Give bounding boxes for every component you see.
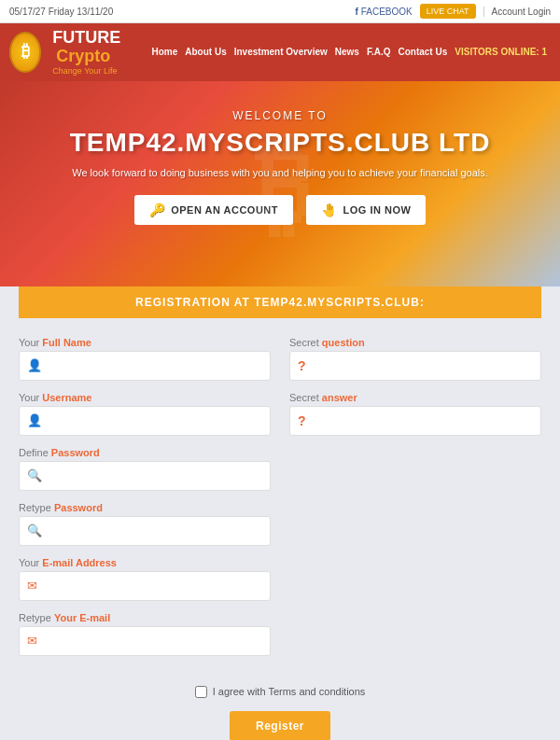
email-group: Your E-mail Address ✉ — [19, 557, 271, 601]
facebook-icon: f — [355, 7, 357, 17]
nav-visitors: VISITORS ONLINE: 1 — [455, 47, 547, 57]
facebook-link[interactable]: f FACEBOOK — [355, 7, 412, 17]
hero-title: TEMP42.MYSCRIPTS.CLUB LTD — [19, 128, 541, 158]
full-name-input[interactable] — [47, 360, 262, 371]
password-label: Define Password — [19, 447, 271, 458]
datetime: 05/17/27 Friday 13/11/20 — [9, 7, 113, 17]
top-bar-right: f FACEBOOK LIVE CHAT Account Login — [355, 4, 551, 19]
form-left-col: Your Full Name 👤 Your Username 👤 — [19, 337, 271, 667]
password-input[interactable] — [47, 470, 262, 482]
logo-tagline: Change Your Life — [52, 66, 151, 76]
nav-faq[interactable]: F.A.Q — [367, 47, 391, 57]
hand-icon: 🤚 — [321, 202, 338, 217]
retype-password-group: Retype Password 🔍 — [19, 502, 271, 546]
live-chat-button[interactable]: LIVE CHAT — [420, 4, 476, 19]
secret-answer-label: Secret answer — [289, 392, 541, 403]
email-icon-2: ✉ — [27, 634, 37, 648]
full-name-label: Your Full Name — [19, 337, 271, 348]
nav-contact[interactable]: Contact Us — [398, 47, 447, 57]
hero-subtitle: We look forward to doing business with y… — [19, 167, 541, 178]
registration-section: REGISTRATION AT TEMP42.MYSCRIPTS.CLUB: Y… — [0, 286, 560, 740]
logo-crypto: Crypto — [56, 47, 110, 65]
retype-email-input[interactable] — [42, 635, 262, 647]
registration-header: REGISTRATION AT TEMP42.MYSCRIPTS.CLUB: — [19, 286, 541, 318]
retype-email-input-wrapper: ✉ — [19, 626, 271, 656]
registration-form: Your Full Name 👤 Your Username 👤 — [19, 337, 541, 740]
secret-question-input-wrapper: ? — [289, 351, 541, 381]
agree-checkbox[interactable] — [195, 686, 207, 698]
retype-password-label: Retype Password — [19, 502, 271, 513]
full-name-input-wrapper: 👤 — [19, 351, 271, 381]
nav-home[interactable]: Home — [151, 47, 177, 57]
key-icon: 🔑 — [149, 202, 166, 217]
password-group: Define Password 🔍 — [19, 447, 271, 491]
username-group: Your Username 👤 — [19, 392, 271, 436]
secret-answer-input-wrapper: ? — [289, 406, 541, 436]
open-account-button[interactable]: 🔑 OPEN AN ACCOUNT — [134, 195, 293, 225]
hero-section: ₿ WELCOME TO TEMP42.MYSCRIPTS.CLUB LTD W… — [0, 81, 560, 286]
password-input-wrapper: 🔍 — [19, 461, 271, 491]
logo-icon: ₿ — [9, 32, 41, 73]
top-bar-left: 05/17/27 Friday 13/11/20 — [9, 7, 113, 17]
nav-news[interactable]: News — [335, 47, 359, 57]
agree-text: I agree with Terms and conditions — [213, 686, 366, 697]
username-label: Your Username — [19, 392, 271, 403]
retype-email-group: Retype Your E-mail ✉ — [19, 612, 271, 656]
search-icon: 🔍 — [27, 468, 42, 482]
email-input-wrapper: ✉ — [19, 571, 271, 601]
retype-email-label: Retype Your E-mail — [19, 612, 271, 623]
question-icon: ? — [298, 358, 306, 373]
user-icon: 👤 — [27, 358, 42, 372]
site-header: ₿ FUTURE Crypto Change Your Life Home Ab… — [0, 23, 560, 81]
email-input[interactable] — [42, 580, 262, 592]
hero-welcome: WELCOME TO — [19, 109, 541, 122]
retype-password-input-wrapper: 🔍 — [19, 516, 271, 546]
main-nav: Home About Us Investment Overview News F… — [151, 47, 547, 57]
full-name-group: Your Full Name 👤 — [19, 337, 271, 381]
user-icon-2: 👤 — [27, 413, 42, 427]
register-button[interactable]: Register — [230, 711, 330, 740]
top-bar: 05/17/27 Friday 13/11/20 f FACEBOOK LIVE… — [0, 0, 560, 23]
account-login-link[interactable]: Account Login — [483, 7, 551, 17]
search-icon-2: 🔍 — [27, 524, 42, 538]
nav-investment[interactable]: Investment Overview — [234, 47, 328, 57]
question-icon-2: ? — [298, 413, 306, 428]
username-input-wrapper: 👤 — [19, 406, 271, 436]
logo: ₿ FUTURE Crypto Change Your Life — [9, 29, 151, 76]
logo-future: FUTURE — [52, 28, 120, 47]
login-button[interactable]: 🤚 LOG IN NOW — [306, 195, 426, 225]
username-input[interactable] — [47, 415, 262, 426]
form-right-col: Secret question ? Secret answer ? — [289, 337, 541, 667]
register-btn-row: Register — [19, 711, 541, 740]
agree-row: I agree with Terms and conditions — [19, 686, 541, 698]
email-icon: ✉ — [27, 579, 37, 593]
secret-question-group: Secret question ? — [289, 337, 541, 381]
secret-answer-group: Secret answer ? — [289, 392, 541, 436]
hero-buttons: 🔑 OPEN AN ACCOUNT 🤚 LOG IN NOW — [19, 195, 541, 225]
nav-about[interactable]: About Us — [185, 47, 226, 57]
secret-question-label: Secret question — [289, 337, 541, 348]
retype-password-input[interactable] — [47, 525, 262, 537]
email-label: Your E-mail Address — [19, 557, 271, 568]
